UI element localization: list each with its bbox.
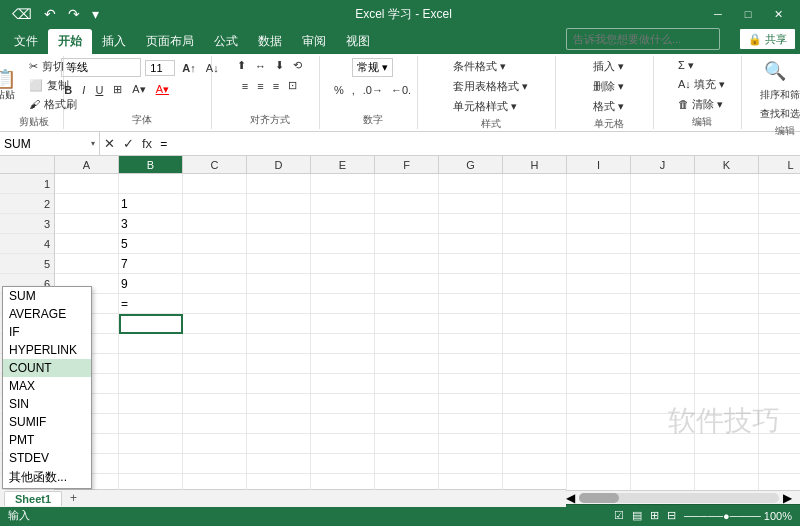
row-header-1[interactable]: 1 — [0, 174, 54, 194]
format-as-table-button[interactable]: 套用表格格式 ▾ — [450, 78, 531, 95]
ribbon-tab-公式[interactable]: 公式 — [204, 29, 248, 54]
cell-J4[interactable] — [631, 234, 695, 254]
cell-K16[interactable] — [695, 474, 759, 490]
cell-J15[interactable] — [631, 454, 695, 474]
cell-F13[interactable] — [375, 414, 439, 434]
cell-D7[interactable] — [247, 294, 311, 314]
cell-F11[interactable] — [375, 374, 439, 394]
cell-B4[interactable]: 5 — [119, 234, 183, 254]
autocomplete-item-COUNT[interactable]: COUNT — [3, 359, 91, 377]
cell-L7[interactable] — [759, 294, 800, 314]
share-button[interactable]: 🔒 共享 — [739, 28, 796, 50]
cell-G9[interactable] — [439, 334, 503, 354]
search-button[interactable]: 🔍 — [757, 58, 793, 84]
scroll-right-button[interactable]: ▶ — [783, 491, 792, 505]
insert-function-button[interactable]: fx — [138, 136, 156, 151]
cell-E4[interactable] — [311, 234, 375, 254]
cell-H7[interactable] — [503, 294, 567, 314]
autocomplete-item-MAX[interactable]: MAX — [3, 377, 91, 395]
cell-L12[interactable] — [759, 394, 800, 414]
cell-K14[interactable] — [695, 434, 759, 454]
cell-B12[interactable] — [119, 394, 183, 414]
hscroll-thumb[interactable] — [579, 493, 619, 503]
cell-I11[interactable] — [567, 374, 631, 394]
cell-L8[interactable] — [759, 314, 800, 334]
cell-C8[interactable] — [183, 314, 247, 334]
cell-I7[interactable] — [567, 294, 631, 314]
cell-styles-button[interactable]: 单元格样式 ▾ — [450, 98, 520, 115]
cell-B13[interactable] — [119, 414, 183, 434]
row-header-3[interactable]: 3 — [0, 214, 54, 234]
cell-D2[interactable] — [247, 194, 311, 214]
align-left-button[interactable]: ≡ — [239, 78, 251, 93]
cell-B6[interactable]: 9 — [119, 274, 183, 294]
cell-K5[interactable] — [695, 254, 759, 274]
cell-A5[interactable] — [55, 254, 119, 274]
confirm-formula-button[interactable]: ✓ — [119, 136, 138, 151]
cell-G11[interactable] — [439, 374, 503, 394]
cell-J13[interactable] — [631, 414, 695, 434]
col-header-B[interactable]: B — [119, 156, 183, 173]
cell-L9[interactable] — [759, 334, 800, 354]
cell-I14[interactable] — [567, 434, 631, 454]
delete-cells-button[interactable]: 删除 ▾ — [590, 78, 627, 95]
cell-H2[interactable] — [503, 194, 567, 214]
cell-I6[interactable] — [567, 274, 631, 294]
cancel-formula-button[interactable]: ✕ — [100, 136, 119, 151]
qa-redo-button[interactable]: ↷ — [64, 4, 84, 24]
cell-G1[interactable] — [439, 174, 503, 194]
cell-L10[interactable] — [759, 354, 800, 374]
cell-E11[interactable] — [311, 374, 375, 394]
align-right-button[interactable]: ≡ — [270, 78, 282, 93]
cell-F1[interactable] — [375, 174, 439, 194]
cell-G4[interactable] — [439, 234, 503, 254]
col-header-L[interactable]: L — [759, 156, 800, 173]
cell-J7[interactable] — [631, 294, 695, 314]
cell-J1[interactable] — [631, 174, 695, 194]
cell-E8[interactable] — [311, 314, 375, 334]
cell-I1[interactable] — [567, 174, 631, 194]
cell-A4[interactable] — [55, 234, 119, 254]
underline-button[interactable]: U — [92, 83, 106, 97]
col-header-H[interactable]: H — [503, 156, 567, 173]
align-center-button[interactable]: ≡ — [254, 78, 266, 93]
cell-C3[interactable] — [183, 214, 247, 234]
cell-G15[interactable] — [439, 454, 503, 474]
cell-E5[interactable] — [311, 254, 375, 274]
cell-E1[interactable] — [311, 174, 375, 194]
cell-F7[interactable] — [375, 294, 439, 314]
font-color-button[interactable]: A▾ — [153, 82, 172, 97]
cell-K15[interactable] — [695, 454, 759, 474]
fill-color-button[interactable]: A▾ — [129, 82, 148, 97]
cell-I5[interactable] — [567, 254, 631, 274]
cell-D3[interactable] — [247, 214, 311, 234]
cell-K12[interactable] — [695, 394, 759, 414]
col-header-K[interactable]: K — [695, 156, 759, 173]
cell-C10[interactable] — [183, 354, 247, 374]
cell-I2[interactable] — [567, 194, 631, 214]
cell-C2[interactable] — [183, 194, 247, 214]
cell-F10[interactable] — [375, 354, 439, 374]
wrap-text-button[interactable]: ⟲ — [290, 58, 305, 73]
col-header-G[interactable]: G — [439, 156, 503, 173]
cell-I13[interactable] — [567, 414, 631, 434]
ribbon-tab-视图[interactable]: 视图 — [336, 29, 380, 54]
cell-D9[interactable] — [247, 334, 311, 354]
cell-C15[interactable] — [183, 454, 247, 474]
cell-E10[interactable] — [311, 354, 375, 374]
restore-button[interactable]: □ — [734, 4, 762, 24]
cell-C1[interactable] — [183, 174, 247, 194]
search-input[interactable] — [573, 33, 713, 45]
cell-L13[interactable] — [759, 414, 800, 434]
cell-K11[interactable] — [695, 374, 759, 394]
ribbon-tab-审阅[interactable]: 审阅 — [292, 29, 336, 54]
cell-J10[interactable] — [631, 354, 695, 374]
cell-H15[interactable] — [503, 454, 567, 474]
search-box[interactable] — [566, 28, 720, 50]
cell-E16[interactable] — [311, 474, 375, 490]
cell-G10[interactable] — [439, 354, 503, 374]
cell-C9[interactable] — [183, 334, 247, 354]
cell-F8[interactable] — [375, 314, 439, 334]
ribbon-tab-开始[interactable]: 开始 — [48, 29, 92, 54]
cell-E7[interactable] — [311, 294, 375, 314]
